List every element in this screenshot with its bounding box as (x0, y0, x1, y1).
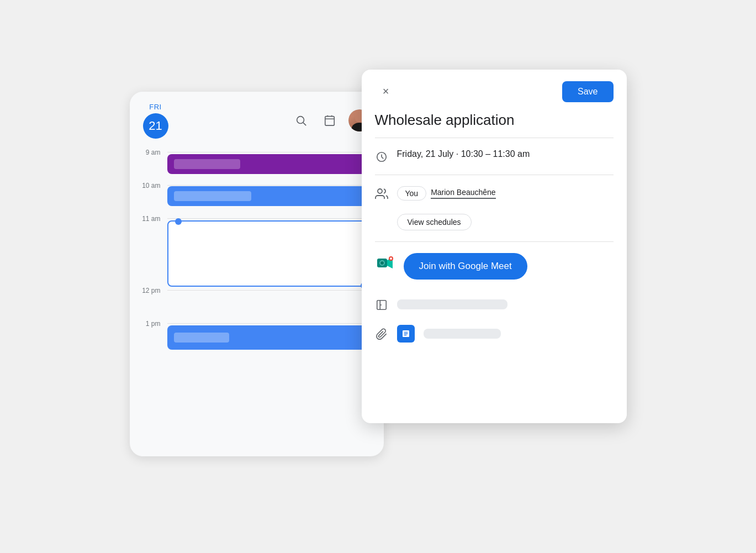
attendees-icon (375, 187, 388, 201)
time-label-9am: 9 am (139, 149, 167, 156)
time-events-12pm (167, 290, 375, 323)
calendar-header: FRI 21 (130, 92, 384, 148)
room-section (362, 291, 627, 318)
header-actions (291, 109, 371, 131)
svg-point-0 (297, 117, 304, 124)
svg-line-1 (303, 123, 306, 125)
event-blue-1pm[interactable] (167, 325, 375, 350)
attachment-icon (375, 328, 388, 341)
room-icon (375, 298, 388, 312)
clock-icon (375, 150, 388, 164)
time-events-11am (167, 218, 375, 287)
time-label-11am: 11 am (139, 215, 167, 223)
view-schedules-button[interactable]: View schedules (397, 214, 472, 230)
attendee-you: You (397, 186, 427, 201)
time-events-1pm (167, 323, 375, 356)
time-line (167, 218, 375, 219)
time-row-1pm: 1 pm (139, 323, 375, 356)
event-selected[interactable] (167, 220, 375, 287)
event-purple[interactable] (167, 154, 375, 174)
calendar-card: FRI 21 (130, 92, 384, 456)
meet-section: Join with Google Meet (362, 242, 627, 291)
datetime-text: Friday, 21 July · 10:30 – 11:30 am (397, 149, 530, 159)
attendees-content: You Marion Beauchêne View schedules (397, 186, 614, 230)
notes-placeholder (424, 329, 501, 339)
time-label-12pm: 12 pm (139, 287, 167, 294)
datetime-section: Friday, 21 July · 10:30 – 11:30 am (362, 138, 627, 175)
time-grid: 9 am 10 am 1 (130, 148, 384, 361)
meet-icon-container (375, 253, 395, 273)
event-detail-card: × Save Wholesale application Friday, 21 … (362, 70, 627, 423)
room-placeholder (397, 299, 507, 309)
time-line (167, 290, 375, 291)
time-label-1pm: 1 pm (139, 320, 167, 328)
search-button[interactable] (291, 110, 311, 130)
svg-point-13 (390, 257, 392, 260)
attendee-marion: Marion Beauchêne (431, 188, 496, 199)
svg-point-7 (378, 189, 382, 193)
google-meet-icon (375, 253, 395, 273)
calendar-icon (324, 114, 336, 127)
event-blue-bottom-content (174, 333, 229, 343)
datetime-content: Friday, 21 July · 10:30 – 11:30 am (397, 149, 614, 159)
time-events-9am (167, 152, 375, 185)
date-section: FRI 21 (143, 103, 168, 139)
time-events-10am (167, 185, 375, 218)
day-number: 21 (143, 113, 168, 139)
detail-header: × Save (362, 70, 627, 107)
event-title: Wholesale application (362, 107, 627, 138)
time-line (167, 185, 375, 186)
join-meet-button[interactable]: Join with Google Meet (404, 253, 527, 280)
event-purple-content (174, 159, 240, 169)
save-button[interactable]: Save (562, 81, 613, 102)
time-row-9am: 9 am (139, 152, 375, 185)
event-blue-content (174, 191, 251, 201)
resize-handle-top[interactable] (175, 218, 182, 225)
attendees-section: You Marion Beauchêne View schedules (362, 175, 627, 241)
calendar-view-button[interactable] (320, 110, 340, 130)
svg-rect-2 (325, 117, 334, 126)
close-button[interactable]: × (375, 81, 397, 103)
time-line (167, 152, 375, 152)
time-row-10am: 10 am (139, 185, 375, 218)
attendees-row: You Marion Beauchêne (397, 186, 614, 201)
day-of-week: FRI (149, 103, 161, 111)
attachment-section (362, 318, 627, 349)
svg-point-10 (380, 261, 384, 265)
time-label-10am: 10 am (139, 182, 167, 189)
time-row-12pm: 12 pm (139, 290, 375, 323)
time-row-11am: 11 am (139, 218, 375, 290)
event-blue-10[interactable] (167, 186, 375, 206)
notes-icon (397, 325, 415, 343)
time-line (167, 323, 375, 324)
search-icon (295, 114, 307, 127)
meet-button-container: Join with Google Meet (404, 253, 527, 280)
